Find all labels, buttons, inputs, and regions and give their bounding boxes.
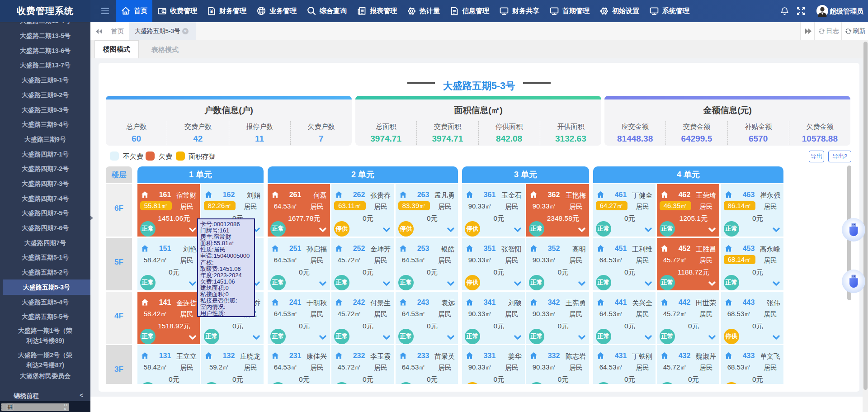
svg-text:¥: ¥ [210,8,213,14]
